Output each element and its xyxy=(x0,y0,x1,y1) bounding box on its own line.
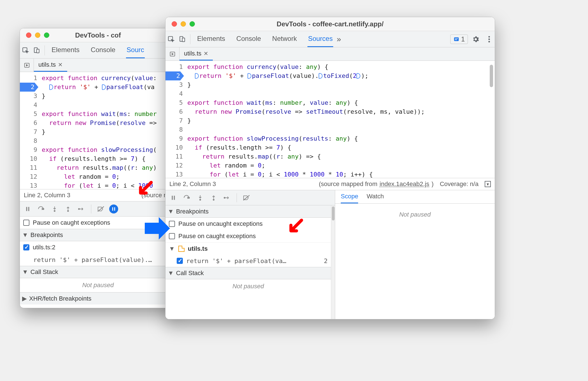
step-over-icon[interactable] xyxy=(36,204,46,214)
not-paused-text: Not paused xyxy=(165,279,331,293)
line-gutter[interactable]: 12345678910111213 xyxy=(165,61,186,178)
file-tabbar: utils.ts ✕ xyxy=(165,47,495,61)
checkbox-icon[interactable] xyxy=(169,221,175,227)
main-toolbar: Elements Console Network Sources » 1 xyxy=(165,31,495,47)
tab-elements[interactable]: Elements xyxy=(51,42,80,58)
step-over-icon[interactable] xyxy=(182,193,192,203)
maximize-window-icon[interactable] xyxy=(190,21,195,27)
window-title: DevTools - coffee-cart.netlify.app/ xyxy=(165,20,495,28)
more-tabs-icon[interactable]: » xyxy=(333,34,344,45)
file-tab-utils[interactable]: utils.ts ✕ xyxy=(34,59,67,72)
issues-badge[interactable]: 1 xyxy=(450,34,468,44)
panel-tabs: Elements Console Network Sources xyxy=(193,31,333,47)
svg-rect-10 xyxy=(112,207,113,211)
device-toggle-icon[interactable] xyxy=(177,34,188,45)
step-into-icon[interactable] xyxy=(195,193,205,203)
callstack-header[interactable]: ▼ Call Stack xyxy=(165,267,331,279)
tab-scope[interactable]: Scope xyxy=(341,190,358,203)
titlebar[interactable]: DevTools - coffee-cart.netlify.app/ xyxy=(165,17,495,31)
pause-button[interactable] xyxy=(23,204,33,214)
minimize-window-icon[interactable] xyxy=(181,21,186,27)
tab-watch[interactable]: Watch xyxy=(367,190,384,203)
line-gutter[interactable]: 12345678910111213 xyxy=(20,72,40,189)
tab-sources[interactable]: Sources xyxy=(307,31,333,47)
pause-caught-row[interactable]: Pause on caught exceptions xyxy=(20,217,176,229)
deactivate-breakpoints-icon[interactable] xyxy=(241,193,251,203)
chevron-down-icon: ▼ xyxy=(22,231,28,239)
code-editor[interactable]: 12345678910111213 export function curren… xyxy=(20,72,176,189)
editor-status-bar: Line 2, Column 3 (source ma xyxy=(20,189,176,201)
scrollbar[interactable] xyxy=(331,205,335,319)
mapped-suffix: ) xyxy=(431,180,433,188)
settings-icon[interactable] xyxy=(470,35,481,43)
tab-network[interactable]: Network xyxy=(272,31,297,47)
callstack-header[interactable]: ▼ Call Stack xyxy=(20,266,176,278)
deactivate-breakpoints-icon[interactable] xyxy=(96,204,106,214)
debugger-toolbar xyxy=(165,190,335,205)
svg-point-8 xyxy=(67,210,69,212)
mapped-file-link[interactable]: index.1ac4eab2.js xyxy=(380,180,429,188)
device-toggle-icon[interactable] xyxy=(31,45,42,56)
code-editor[interactable]: 12345678910111213 export function curren… xyxy=(165,61,495,178)
close-icon[interactable]: ✕ xyxy=(58,61,63,68)
step-out-icon[interactable] xyxy=(63,204,73,214)
file-tab-utils[interactable]: utils.ts ✕ xyxy=(179,47,213,61)
debugger-toolbar xyxy=(20,201,176,217)
breakpoint-code-text: return '$' + parseFloat(va… xyxy=(186,257,286,264)
step-out-icon[interactable] xyxy=(209,193,219,203)
checkbox-icon[interactable] xyxy=(23,220,29,226)
svg-point-9 xyxy=(78,208,80,210)
breakpoints-header[interactable]: ▼ Breakpoints xyxy=(20,229,176,241)
tab-console[interactable]: Console xyxy=(90,42,116,58)
scope-not-paused: Not paused xyxy=(335,204,495,222)
file-icon xyxy=(178,246,185,252)
svg-point-27 xyxy=(224,197,225,199)
pause-on-exceptions-icon[interactable] xyxy=(109,205,118,213)
step-icon[interactable] xyxy=(76,204,87,214)
expand-icon[interactable]: ▾ xyxy=(485,181,491,187)
tab-sources[interactable]: Sourc xyxy=(126,42,145,58)
svg-rect-17 xyxy=(455,39,457,40)
cursor-position: Line 2, Column 3 xyxy=(169,180,216,188)
pause-caught-label: Pause on caught exceptions xyxy=(178,233,256,240)
step-icon[interactable] xyxy=(222,193,232,203)
traffic-lights xyxy=(20,32,49,38)
scope-watch-tabs: Scope Watch xyxy=(335,190,495,204)
checkbox-checked-icon[interactable] xyxy=(177,258,183,264)
code-content[interactable]: export function currency(value: any) { r… xyxy=(186,61,495,178)
chevron-down-icon: ▼ xyxy=(22,268,28,276)
checkbox-icon[interactable] xyxy=(169,233,175,239)
chevron-down-icon: ▼ xyxy=(168,208,174,215)
pause-button[interactable] xyxy=(168,193,178,203)
pause-caught-row[interactable]: Pause on caught exceptions xyxy=(165,230,331,242)
more-menu-icon[interactable] xyxy=(484,36,495,43)
step-into-icon[interactable] xyxy=(50,204,60,214)
breakpoint-item-row[interactable]: return '$' + parseFloat(va… 2 xyxy=(165,255,331,267)
minimize-window-icon[interactable] xyxy=(35,32,40,38)
inspect-icon[interactable] xyxy=(20,45,31,56)
breakpoint-row[interactable]: utils.ts:2 xyxy=(20,241,176,254)
titlebar[interactable]: DevTools - cof xyxy=(20,28,176,42)
breakpoints-header[interactable]: ▼ Breakpoints xyxy=(165,205,331,218)
breakpoint-group-file: utils.ts xyxy=(188,245,208,252)
pause-uncaught-row[interactable]: Pause on uncaught exceptions xyxy=(165,218,331,230)
navigator-toggle-icon[interactable] xyxy=(20,59,34,72)
breakpoint-location: utils.ts:2 xyxy=(33,244,55,251)
xhr-breakpoints-header[interactable]: ▶ XHR/fetch Breakpoints xyxy=(20,292,176,305)
close-window-icon[interactable] xyxy=(26,32,31,38)
file-tab-label: utils.ts xyxy=(38,61,56,68)
code-content[interactable]: export function currency(value: return '… xyxy=(40,72,176,189)
breakpoint-code-text: return '$' + parseFloat(value).… xyxy=(33,256,152,263)
breakpoint-group-row[interactable]: ▼ utils.ts xyxy=(165,242,331,255)
svg-point-18 xyxy=(488,36,490,37)
navigator-toggle-icon[interactable] xyxy=(165,47,179,61)
close-window-icon[interactable] xyxy=(172,21,177,27)
close-icon[interactable]: ✕ xyxy=(204,50,208,57)
xhr-label: XHR/fetch Breakpoints xyxy=(29,295,92,302)
maximize-window-icon[interactable] xyxy=(44,32,49,38)
tab-console[interactable]: Console xyxy=(236,31,262,47)
checkbox-checked-icon[interactable] xyxy=(23,244,29,250)
inspect-icon[interactable] xyxy=(165,34,177,45)
scrollbar[interactable] xyxy=(490,65,493,87)
tab-elements[interactable]: Elements xyxy=(197,31,226,47)
